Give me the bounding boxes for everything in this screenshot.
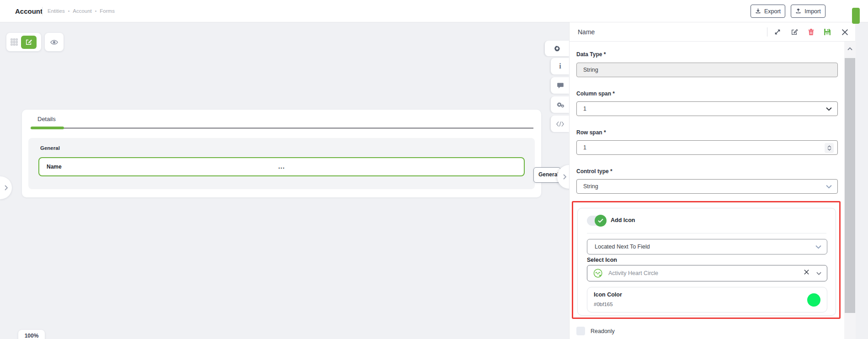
expand-icon: [774, 28, 781, 36]
check-icon: [598, 218, 603, 223]
header-divider: [767, 27, 767, 37]
icon-color-value: #0bf165: [594, 302, 613, 307]
form-field-name[interactable]: Name ...: [38, 157, 525, 176]
close-panel-button[interactable]: [838, 26, 851, 38]
gears-icon: [556, 101, 564, 108]
row-span-input[interactable]: 1: [576, 140, 838, 155]
stepper-down-icon: [827, 148, 831, 151]
left-panel-expander[interactable]: [0, 176, 12, 199]
tab-info[interactable]: i: [551, 58, 570, 74]
form-designer-screen: Account Entities•Account•Forms Export Im…: [0, 0, 868, 339]
panel-title: Name: [578, 22, 595, 42]
tab-comments[interactable]: [551, 77, 570, 94]
save-field-button[interactable]: [821, 26, 834, 38]
gear-icon: [554, 45, 561, 52]
icon-color-label: Icon Color: [594, 291, 622, 298]
edit-field-button[interactable]: [788, 26, 801, 38]
readonly-checkbox[interactable]: [576, 327, 585, 335]
data-type-label: Data Type *: [576, 51, 606, 58]
tab-active-indicator: [31, 127, 64, 129]
close-icon: [841, 29, 848, 36]
readonly-label: Readonly: [591, 328, 615, 334]
add-icon-toggle[interactable]: [587, 216, 605, 226]
download-icon: [755, 8, 761, 14]
clear-icon[interactable]: [804, 269, 809, 275]
preview-mode-button[interactable]: [45, 33, 64, 51]
edit-pencil-icon: [791, 28, 798, 36]
expand-panel-button[interactable]: [771, 26, 784, 38]
icon-position-value: Located Next To Field: [595, 244, 650, 250]
highlight-red-box: Add Icon Located Next To Field Select Ic…: [572, 201, 841, 319]
upload-icon: [795, 8, 801, 14]
control-type-label: Control type *: [576, 168, 612, 175]
toggle-check-knob: [595, 215, 607, 227]
chevron-down-icon: [826, 106, 832, 112]
section-title: General: [40, 145, 60, 151]
form-canvas-card: Details General Name ...: [22, 110, 541, 197]
export-label: Export: [764, 8, 781, 15]
chevron-right-icon: [4, 185, 8, 191]
breadcrumb-separator: •: [95, 9, 97, 14]
scrollbar-thumb[interactable]: [845, 58, 855, 313]
form-section-general[interactable]: General Name ...: [28, 138, 535, 189]
export-button[interactable]: Export: [751, 5, 785, 18]
import-button[interactable]: Import: [791, 5, 825, 18]
page-title: Account: [15, 0, 43, 22]
trash-icon: [808, 28, 815, 36]
panel-header: Name: [570, 22, 855, 42]
scroll-up-icon[interactable]: [844, 44, 856, 53]
icon-color-card: Icon Color #0bf165: [587, 287, 827, 313]
breadcrumb-entities[interactable]: Entities: [48, 8, 65, 14]
breadcrumb: Entities•Account•Forms: [48, 0, 115, 22]
row-span-label: Row span *: [576, 129, 606, 136]
tab-advanced-settings[interactable]: [551, 96, 570, 113]
column-span-select[interactable]: 1: [576, 101, 838, 116]
icon-select[interactable]: Activity Heart Circle: [587, 265, 827, 281]
edit-mode-button[interactable]: [21, 36, 37, 49]
icon-position-select[interactable]: Located Next To Field: [587, 239, 827, 254]
top-bar: Account Entities•Account•Forms Export Im…: [0, 0, 868, 22]
chevron-down-icon[interactable]: [816, 271, 821, 276]
tab-details[interactable]: Details: [37, 116, 56, 122]
save-icon: [824, 28, 831, 36]
properties-panel: Name Data Type * String Column span * 1: [569, 22, 855, 339]
chevron-down-icon: [815, 244, 821, 250]
tab-code[interactable]: [551, 116, 570, 132]
column-span-label: Column span *: [576, 90, 615, 97]
icon-color-swatch[interactable]: [807, 293, 820, 307]
info-icon: i: [559, 62, 561, 70]
breadcrumb-forms[interactable]: Forms: [100, 8, 115, 14]
section-overlay-button-general[interactable]: General: [533, 167, 561, 183]
zoom-level-indicator[interactable]: 100%: [18, 330, 45, 339]
chevron-down-icon: [826, 184, 832, 190]
panel-scrollbar[interactable]: [844, 42, 856, 339]
title-divider: [42, 7, 43, 16]
eye-icon: [50, 38, 59, 47]
grid-layout-icon[interactable]: [11, 38, 18, 46]
data-type-input: String: [576, 63, 838, 77]
control-type-value: String: [583, 183, 598, 190]
breadcrumb-separator: •: [68, 9, 70, 14]
icon-select-value: Activity Heart Circle: [608, 270, 658, 276]
activity-heart-circle-icon: [593, 268, 603, 278]
delete-field-button[interactable]: [804, 26, 817, 38]
row-span-value: 1: [583, 144, 586, 151]
tab-settings-gear[interactable]: [545, 41, 570, 56]
chat-bubble-icon: [557, 82, 564, 89]
readonly-row: Readonly: [576, 327, 615, 335]
edit-pencil-icon: [25, 38, 32, 46]
chevron-right-icon: [562, 174, 567, 180]
divider: [587, 233, 826, 233]
import-label: Import: [804, 8, 820, 15]
designer-mode-toolbar: [6, 33, 41, 51]
collapsed-side-badge[interactable]: [852, 8, 860, 24]
tab-track: [31, 127, 533, 129]
code-icon: [556, 121, 564, 127]
field-options-ellipsis[interactable]: ...: [39, 158, 524, 175]
number-stepper[interactable]: [825, 143, 834, 153]
add-icon-label: Add Icon: [611, 217, 635, 223]
control-type-select[interactable]: String: [576, 179, 838, 194]
breadcrumb-account[interactable]: Account: [73, 8, 92, 14]
column-span-value: 1: [583, 106, 586, 112]
select-icon-label: Select Icon: [587, 257, 617, 263]
